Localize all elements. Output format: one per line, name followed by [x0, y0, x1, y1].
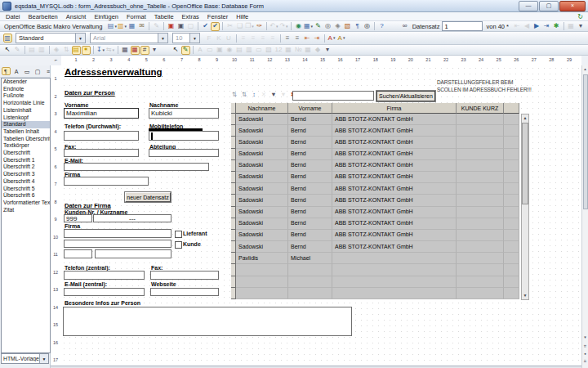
font-color-icon-dropdown[interactable]: ▾ — [333, 36, 336, 40]
navigator-icon[interactable]: ◈ — [333, 22, 342, 31]
style-item[interactable]: Überschrift 5 — [2, 186, 50, 193]
table-cell[interactable]: ABB STOTZ-KONTAKT GmbH — [332, 183, 457, 195]
formatting-marks-icon[interactable]: ¶ — [353, 22, 362, 31]
table-cell[interactable]: ABB STOTZ-KONTAKT GmbH — [332, 207, 457, 218]
sort-descending-icon[interactable]: ⇅ — [240, 91, 249, 99]
draw-functions-icon[interactable]: ✎ — [314, 22, 323, 31]
table-cell[interactable]: ABB STOTZ-KONTAKT GmbH — [332, 114, 457, 125]
table-cell[interactable]: Pavlidis — [236, 253, 288, 264]
table-cell[interactable]: Sadowski — [236, 195, 288, 206]
menu-ansicht[interactable]: Ansicht — [62, 13, 91, 20]
guides-icon[interactable]: # — [140, 46, 149, 55]
highlight-color-icon-dropdown[interactable]: ▾ — [343, 36, 345, 40]
style-item[interactable]: Listenkopf — [2, 114, 50, 122]
table-cell[interactable]: ABB STOTZ-KONTAKT GmbH — [332, 218, 457, 230]
macro-toolbar-label[interactable]: OpenOffice Basic Makro Verwaltung — [4, 23, 102, 30]
style-item[interactable]: Fußnote — [2, 92, 50, 100]
table-cell[interactable] — [457, 218, 504, 230]
table-cell[interactable] — [504, 218, 519, 230]
search-input[interactable] — [292, 91, 374, 101]
hyperlink-icon[interactable]: ◉ — [294, 22, 303, 31]
table-cell[interactable]: Sadowski — [236, 241, 288, 253]
gallery-icon[interactable]: ▧ — [343, 22, 352, 31]
table-row[interactable]: SadowskiBerndABB STOTZ-KONTAKT GmbH — [231, 230, 519, 241]
combo-arrow-icon[interactable]: ▼ — [158, 34, 167, 43]
table-row[interactable]: SadowskiBerndABB STOTZ-KONTAKT GmbH — [231, 172, 519, 183]
table-cell[interactable]: Bernd — [288, 218, 332, 230]
table-cell[interactable] — [332, 276, 457, 288]
table-cell[interactable]: Bernd — [288, 230, 332, 241]
lieferant-checkbox[interactable] — [175, 231, 182, 238]
info-textarea[interactable] — [63, 307, 352, 336]
table-cell[interactable]: Bernd — [288, 172, 332, 183]
firma-input[interactable] — [64, 177, 149, 186]
close-button[interactable]: × — [559, 1, 586, 11]
style-item[interactable]: Tabellen Inhalt — [2, 128, 50, 136]
control-wizards-icon[interactable]: ✶ — [82, 46, 91, 55]
sort-order-icon[interactable]: ↕ — [250, 91, 259, 99]
export-pdf-icon[interactable]: ▣ — [167, 22, 176, 31]
style-item[interactable]: Tabellen Überschrift — [2, 136, 50, 143]
undo-icon-dropdown[interactable]: ▾ — [276, 25, 278, 29]
kunde-checkbox[interactable] — [175, 241, 182, 249]
table-cell[interactable]: ABB STOTZ-KONTAKT GmbH — [332, 149, 457, 160]
open-folder-icon-dropdown[interactable]: ▾ — [124, 25, 127, 29]
zoom-icon[interactable]: ◎ — [363, 22, 372, 31]
scroll-up-icon[interactable]: ▲ — [582, 67, 588, 71]
update-available-icon[interactable]: ↻ — [577, 13, 583, 20]
style-item[interactable]: Überschrift 6 — [2, 192, 50, 200]
menu-fenster[interactable]: Fenster — [203, 13, 232, 20]
redo-icon-dropdown[interactable]: ▾ — [286, 25, 288, 29]
style-item[interactable]: Überschrift — [2, 150, 50, 157]
table-cell[interactable]: Bernd — [288, 207, 332, 218]
column-header[interactable]: Nachname — [236, 103, 288, 114]
vertical-ruler[interactable]: 1234567891011121314151617 — [51, 65, 62, 366]
search-refresh-button[interactable]: Suchen/Aktualisieren — [376, 91, 435, 101]
table-cell[interactable] — [457, 137, 504, 148]
plz-input[interactable] — [64, 249, 92, 258]
table-cell[interactable] — [504, 288, 519, 299]
table-row[interactable] — [231, 264, 519, 276]
list-styles-icon[interactable]: ≡ — [44, 67, 53, 75]
table-cell[interactable] — [332, 264, 457, 276]
table-cell[interactable] — [457, 172, 504, 183]
new-record-button[interactable]: neuer Datensatz — [125, 192, 171, 202]
email-zentral-input[interactable] — [64, 288, 145, 296]
table-cell[interactable]: Bernd — [288, 149, 332, 160]
style-item[interactable]: Endnote — [2, 86, 50, 93]
highlight-color-icon[interactable]: A▾ — [337, 34, 346, 43]
auto-spellcheck-icon[interactable]: ✔ — [211, 22, 220, 31]
table-row[interactable]: SadowskiBerndABB STOTZ-KONTAKT GmbH — [231, 195, 519, 206]
table-cell[interactable]: Bernd — [288, 183, 332, 195]
kurzname-input[interactable] — [93, 214, 172, 222]
table-cell[interactable]: Bernd — [288, 125, 332, 137]
table-cell[interactable]: Michael — [288, 253, 332, 264]
navigation-dot-icon[interactable]: ● — [582, 352, 588, 356]
table-row[interactable]: PavlidisMichael — [231, 253, 519, 264]
open-folder-icon[interactable]: ▥▾ — [118, 22, 127, 31]
table-row[interactable]: SadowskiBerndABB STOTZ-KONTAKT GmbH — [231, 160, 519, 172]
style-item[interactable]: Vorformatierter Text — [2, 200, 50, 207]
menu-extras[interactable]: Extras — [178, 13, 203, 20]
table-cell[interactable]: Sadowski — [236, 207, 288, 218]
kunden-nr-input[interactable] — [64, 214, 92, 222]
form-find-icon[interactable]: ∞ — [400, 22, 409, 31]
table-cell[interactable] — [457, 125, 504, 137]
font-name-combo[interactable]: Arial ▼ — [90, 33, 168, 43]
table-cell[interactable] — [504, 183, 519, 195]
toolbar-overflow-icon[interactable]: ▾ — [150, 46, 159, 55]
column-header[interactable]: Vorname — [288, 103, 332, 114]
autofilter-icon[interactable]: ▼ — [270, 91, 278, 99]
table-cell[interactable] — [457, 276, 504, 288]
table-cell[interactable]: Sadowski — [236, 137, 288, 148]
new-document-icon[interactable]: ▤▾ — [108, 22, 117, 31]
spellcheck-icon[interactable]: ✔ — [201, 22, 210, 31]
styles-panel-toggle-icon[interactable]: ▥ — [3, 34, 12, 43]
table-cell[interactable] — [504, 195, 519, 206]
table-cell[interactable]: Bernd — [288, 160, 332, 172]
scroll-up-icon[interactable]: ▲ — [522, 115, 528, 120]
decrease-indent-icon[interactable]: ⇤ — [303, 34, 312, 43]
style-item[interactable]: Horizontale Linie — [2, 100, 50, 107]
table-row[interactable] — [231, 288, 519, 299]
firma-zeile1-input[interactable] — [64, 229, 172, 238]
